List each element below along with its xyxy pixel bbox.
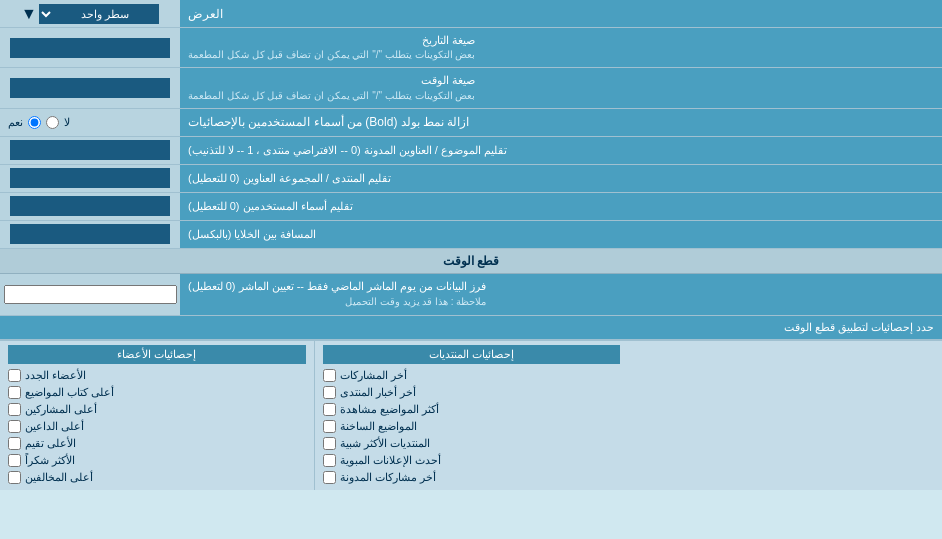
bold-label: ازالة نمط بولد (Bold) من أسماء المستخدمي… <box>180 109 942 136</box>
col1-item-5-checkbox[interactable] <box>323 437 336 450</box>
time-cut-input-cell: 0 <box>0 274 180 315</box>
col2-item-2-label: أعلى كتاب المواضيع <box>25 386 114 399</box>
col2-item-1-checkbox[interactable] <box>8 369 21 382</box>
empty-spacer <box>628 341 942 490</box>
col1-item-5-label: المنتديات الأكثر شبية <box>340 437 430 450</box>
time-cut-section-header: قطع الوقت <box>0 249 942 274</box>
list-item: الأعضاء الجدد <box>8 367 306 384</box>
time-format-input-cell: H:i <box>0 68 180 107</box>
list-item: أعلى الداعين <box>8 418 306 435</box>
col1-item-4-label: المواضيع الساخنة <box>340 420 417 433</box>
col1-item-6-checkbox[interactable] <box>323 454 336 467</box>
col1-item-7-checkbox[interactable] <box>323 471 336 484</box>
time-cut-input[interactable]: 0 <box>4 285 177 304</box>
list-item: المواضيع الساخنة <box>323 418 621 435</box>
col2-item-5-label: الأعلى تقيم <box>25 437 76 450</box>
users-label: تقليم أسماء المستخدمين (0 للتعطيل) <box>180 193 942 220</box>
date-format-row: صيغة التاريخ بعض التكوينات يتطلب "/" الت… <box>0 28 942 68</box>
col2-item-2-checkbox[interactable] <box>8 386 21 399</box>
col1-item-3-label: أكثر المواضيع مشاهدة <box>340 403 439 416</box>
display-input-cell: سطر واحدسطرينثلاثة أسطر ▼ <box>0 0 180 27</box>
forum-input[interactable]: 33 <box>10 168 170 188</box>
checkboxes-grid: إحصائيات المنتديات أخر المشاركات أخر أخب… <box>0 340 942 490</box>
col1-item-4-checkbox[interactable] <box>323 420 336 433</box>
bold-no-radio[interactable] <box>46 116 59 129</box>
date-format-input-cell: d-m <box>0 28 180 67</box>
list-item: المنتديات الأكثر شبية <box>323 435 621 452</box>
settings-container: العرض سطر واحدسطرينثلاثة أسطر ▼ صيغة الت… <box>0 0 942 490</box>
col2-item-4-checkbox[interactable] <box>8 420 21 433</box>
display-row: العرض سطر واحدسطرينثلاثة أسطر ▼ <box>0 0 942 28</box>
forum-label: تقليم المنتدى / المجموعة العناوين (0 للت… <box>180 165 942 192</box>
list-item: أحدث الإعلانات المبوية <box>323 452 621 469</box>
col2-item-1-label: الأعضاء الجدد <box>25 369 86 382</box>
col1-item-1-label: أخر المشاركات <box>340 369 407 382</box>
col2-item-7-label: أعلى المخالفين <box>25 471 93 484</box>
col1-item-7-label: أخر مشاركات المدونة <box>340 471 436 484</box>
spacing-input-cell: 2 <box>0 221 180 248</box>
date-format-input[interactable]: d-m <box>10 38 170 58</box>
list-item: أعلى المشاركين <box>8 401 306 418</box>
bold-row: ازالة نمط بولد (Bold) من أسماء المستخدمي… <box>0 109 942 137</box>
users-input-cell: 0 <box>0 193 180 220</box>
dropdown-icon: ▼ <box>21 5 37 23</box>
bold-no-label: لا <box>64 116 70 129</box>
col1-item-2-checkbox[interactable] <box>323 386 336 399</box>
list-item: أكثر المواضيع مشاهدة <box>323 401 621 418</box>
col1-item-6-label: أحدث الإعلانات المبوية <box>340 454 441 467</box>
spacing-label: المسافة بين الخلايا (بالبكسل) <box>180 221 942 248</box>
bold-yes-radio[interactable] <box>28 116 41 129</box>
list-item: الأعلى تقيم <box>8 435 306 452</box>
spacing-input[interactable]: 2 <box>10 224 170 244</box>
col2-item-6-checkbox[interactable] <box>8 454 21 467</box>
list-item: أعلى المخالفين <box>8 469 306 486</box>
topics-row: تقليم الموضوع / العناوين المدونة (0 -- ا… <box>0 137 942 165</box>
topics-input-cell: 33 <box>0 137 180 164</box>
topics-label: تقليم الموضوع / العناوين المدونة (0 -- ا… <box>180 137 942 164</box>
bold-input-cell: لا نعم <box>0 109 180 136</box>
col2-item-3-label: أعلى المشاركين <box>25 403 97 416</box>
col2-item-5-checkbox[interactable] <box>8 437 21 450</box>
time-cut-row: فرز البيانات من يوم الماشر الماضي فقط --… <box>0 274 942 316</box>
time-format-row: صيغة الوقت بعض التكوينات يتطلب "/" التي … <box>0 68 942 108</box>
date-format-label: صيغة التاريخ بعض التكوينات يتطلب "/" الت… <box>180 28 942 67</box>
col2-item-4-label: أعلى الداعين <box>25 420 84 433</box>
list-item: أخر المشاركات <box>323 367 621 384</box>
col1-header: إحصائيات المنتديات <box>323 345 621 364</box>
topics-input[interactable]: 33 <box>10 140 170 160</box>
col1-item-3-checkbox[interactable] <box>323 403 336 416</box>
display-label: العرض <box>180 0 942 27</box>
list-item: أخر أخبار المنتدى <box>323 384 621 401</box>
col2-item-7-checkbox[interactable] <box>8 471 21 484</box>
display-select[interactable]: سطر واحدسطرينثلاثة أسطر <box>39 4 159 24</box>
col1-item-1-checkbox[interactable] <box>323 369 336 382</box>
list-item: أعلى كتاب المواضيع <box>8 384 306 401</box>
col1: إحصائيات المنتديات أخر المشاركات أخر أخب… <box>314 341 629 490</box>
time-cut-label: فرز البيانات من يوم الماشر الماضي فقط --… <box>180 274 942 315</box>
checkboxes-header: حدد إحصائيات لتطبيق قطع الوقت <box>0 316 942 340</box>
col2-item-6-label: الأكثر شكراً <box>25 454 75 467</box>
forum-row: تقليم المنتدى / المجموعة العناوين (0 للت… <box>0 165 942 193</box>
time-format-label: صيغة الوقت بعض التكوينات يتطلب "/" التي … <box>180 68 942 107</box>
col1-item-2-label: أخر أخبار المنتدى <box>340 386 416 399</box>
spacing-row: المسافة بين الخلايا (بالبكسل) 2 <box>0 221 942 249</box>
col2-item-3-checkbox[interactable] <box>8 403 21 416</box>
list-item: أخر مشاركات المدونة <box>323 469 621 486</box>
time-format-input[interactable]: H:i <box>10 78 170 98</box>
bold-yes-label: نعم <box>8 116 23 129</box>
users-input[interactable]: 0 <box>10 196 170 216</box>
col2: إحصائيات الأعضاء الأعضاء الجدد أعلى كتاب… <box>0 341 314 490</box>
col2-header: إحصائيات الأعضاء <box>8 345 306 364</box>
list-item: الأكثر شكراً <box>8 452 306 469</box>
forum-input-cell: 33 <box>0 165 180 192</box>
users-row: تقليم أسماء المستخدمين (0 للتعطيل) 0 <box>0 193 942 221</box>
